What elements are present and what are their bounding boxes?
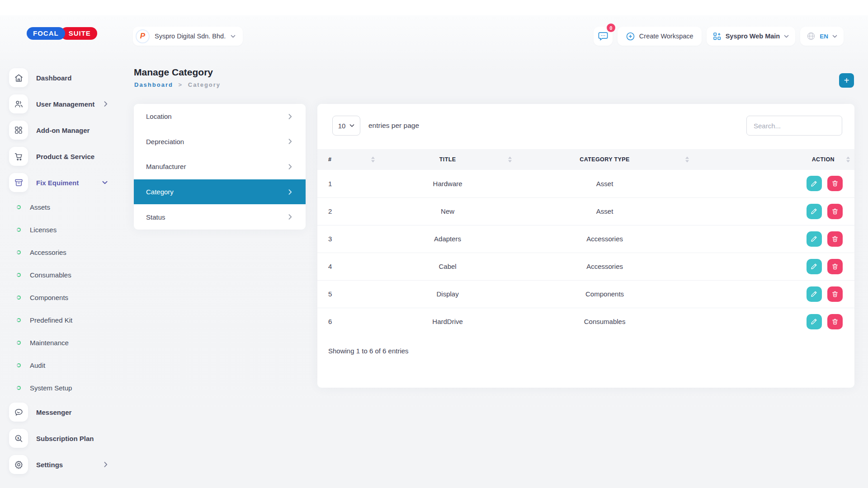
edit-button[interactable]	[807, 231, 822, 247]
create-workspace-label: Create Workspace	[639, 33, 693, 40]
sidebar-item-assets[interactable]: Assets	[0, 196, 127, 218]
row-title: Cabel	[379, 253, 516, 280]
breadcrumb-dashboard-link[interactable]: Dashboard	[134, 81, 173, 88]
row-category-type: Asset	[516, 197, 693, 225]
bullet-icon	[17, 205, 21, 209]
trash-icon	[831, 180, 839, 187]
search-input[interactable]	[746, 116, 842, 136]
edit-button[interactable]	[807, 314, 822, 329]
sidebar-item-product-service[interactable]: Product & Service	[0, 143, 127, 169]
language-selector[interactable]: EN	[800, 27, 844, 46]
sidebar-item-consumables[interactable]: Consumables	[0, 263, 127, 286]
breadcrumb-separator: >	[179, 81, 183, 88]
app-logo: FOCAL SUITE	[27, 27, 97, 40]
workspace-name: Syspro Digital Sdn. Bhd.	[155, 33, 226, 40]
top-strip	[0, 0, 868, 15]
bullet-icon	[17, 228, 21, 232]
entries-per-page-label: entries per page	[368, 116, 419, 136]
entries-per-page-select[interactable]: 10	[332, 116, 360, 136]
row-title: HardDrive	[379, 308, 516, 335]
row-actions	[693, 170, 854, 197]
row-title: Display	[379, 280, 516, 308]
category-table-body: 1 Hardware Asset	[317, 170, 854, 335]
submenu-item[interactable]: Location	[134, 104, 306, 129]
submenu-item[interactable]: Manufacturer	[134, 154, 306, 179]
sidebar-item-messenger[interactable]: Messenger	[0, 399, 127, 425]
sort-icon	[371, 157, 375, 163]
messages-button[interactable]: 0	[594, 27, 613, 46]
sidebar-item-label: Maintenance	[30, 339, 69, 347]
edit-button[interactable]	[807, 176, 822, 191]
add-category-button[interactable]: +	[839, 73, 854, 88]
chevron-right-icon	[288, 164, 292, 169]
column-header-category-type[interactable]: CATEGORY TYPE	[516, 149, 693, 170]
row-category-type: Consumables	[516, 308, 693, 335]
sort-icon	[508, 157, 512, 163]
row-category-type: Components	[516, 280, 693, 308]
table-row: 4 Cabel Accessories	[317, 253, 854, 280]
column-header-number[interactable]: #	[317, 149, 379, 170]
row-title: New	[379, 197, 516, 225]
sidebar-item-audit[interactable]: Audit	[0, 354, 127, 376]
table-row: 3 Adapters Accessories	[317, 225, 854, 253]
sidebar-item-label: System Setup	[30, 384, 72, 392]
chevron-right-icon	[288, 139, 292, 144]
create-workspace-button[interactable]: Create Workspace	[618, 27, 702, 46]
users-icon	[9, 94, 28, 113]
trash-icon	[831, 263, 839, 270]
sidebar-item-label: Components	[30, 294, 68, 301]
table-row: 2 New Asset	[317, 197, 854, 225]
sidebar-item-predefined-kit[interactable]: Predefined Kit	[0, 309, 127, 331]
sidebar-item-settings[interactable]: Settings	[0, 451, 127, 478]
workspace-selector[interactable]: P Syspro Digital Sdn. Bhd.	[133, 27, 243, 46]
cart-icon	[9, 147, 28, 166]
delete-button[interactable]	[827, 314, 843, 329]
delete-button[interactable]	[827, 286, 843, 302]
sidebar-item-system-setup[interactable]: System Setup	[0, 376, 127, 399]
delete-button[interactable]	[827, 176, 843, 191]
sidebar-item-licenses[interactable]: Licenses	[0, 218, 127, 241]
chat-icon	[598, 31, 609, 42]
edit-button[interactable]	[807, 259, 822, 274]
edit-button[interactable]	[807, 204, 822, 219]
row-category-type: Accessories	[516, 225, 693, 253]
sidebar-item-subscription-plan[interactable]: $ Subscription Plan	[0, 425, 127, 451]
sidebar-item-accessories[interactable]: Accessories	[0, 241, 127, 263]
sort-icon	[685, 157, 689, 163]
edit-button[interactable]	[807, 286, 822, 302]
sidebar: Dashboard User Management Add-on Manager	[0, 65, 127, 478]
sidebar-item-fix-equiment[interactable]: Fix Equiment	[0, 169, 127, 196]
submenu-item[interactable]: Depreciation	[134, 129, 306, 155]
logo-focal: FOCAL	[27, 27, 65, 40]
chevron-down-icon	[349, 124, 354, 127]
submenu-item[interactable]: Category	[134, 179, 306, 205]
row-actions	[693, 308, 854, 335]
sidebar-item-dashboard[interactable]: Dashboard	[0, 65, 127, 91]
delete-button[interactable]	[827, 259, 843, 274]
chevron-right-icon	[104, 101, 108, 107]
delete-button[interactable]	[827, 204, 843, 219]
sidebar-item-components[interactable]: Components	[0, 286, 127, 309]
table-row: 5 Display Components	[317, 280, 854, 308]
table-header-row: # TITLE CATEGORY TYPE ACTION	[317, 149, 854, 170]
submenu-item-label: Category	[146, 188, 174, 196]
row-title: Adapters	[379, 225, 516, 253]
logo-suite: SUITE	[61, 27, 97, 40]
submenu-item[interactable]: Status	[134, 204, 306, 230]
trash-icon	[831, 291, 839, 298]
chevron-down-icon	[784, 35, 789, 38]
submenu-item-label: Status	[146, 213, 165, 221]
column-header-action[interactable]: ACTION	[693, 149, 854, 170]
sidebar-item-user-management[interactable]: User Management	[0, 91, 127, 117]
breadcrumb: Dashboard > Category	[134, 81, 221, 88]
delete-button[interactable]	[827, 231, 843, 247]
sidebar-item-label: Predefined Kit	[30, 316, 72, 324]
trash-icon	[831, 318, 839, 325]
sidebar-item-maintenance[interactable]: Maintenance	[0, 331, 127, 354]
column-header-title[interactable]: TITLE	[379, 149, 516, 170]
row-actions	[693, 253, 854, 280]
sidebar-item-label: Dashboard	[36, 74, 108, 82]
category-table-card: 10 entries per page # TITLE CATEGORY TYP…	[317, 104, 854, 388]
sidebar-item-addon-manager[interactable]: Add-on Manager	[0, 117, 127, 143]
app-menu-selector[interactable]: Syspro Web Main	[707, 27, 796, 46]
